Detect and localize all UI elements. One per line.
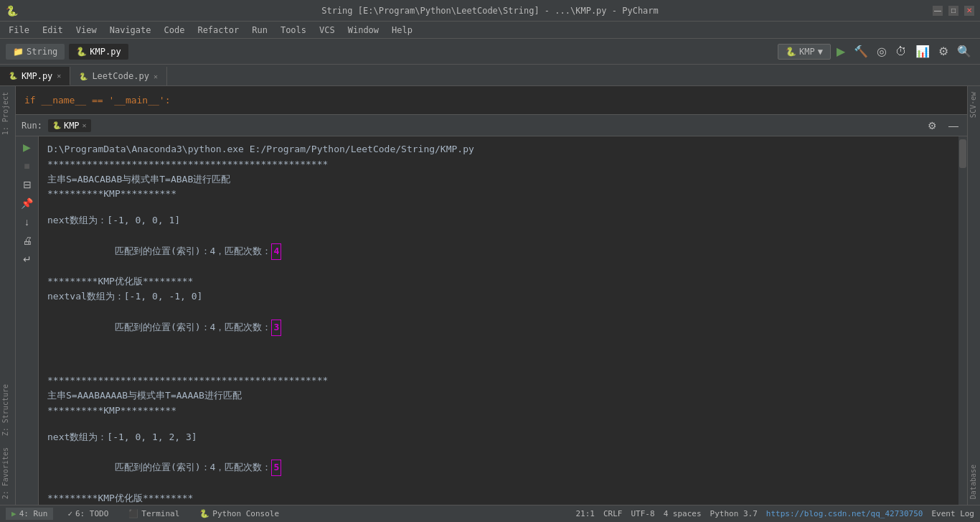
python-console-tab[interactable]: 🐍 Python Console [194, 508, 285, 520]
coverage-button[interactable]: ◎ [874, 43, 890, 60]
line-separator: CRLF [603, 509, 623, 518]
menu-file[interactable]: File [3, 24, 35, 37]
output-case1-kmpopt: *********KMP优化版********* [47, 274, 950, 289]
run-status-icon: ▶ [11, 509, 17, 518]
scview-panel[interactable]: SCV·ew [968, 86, 980, 123]
menu-vcs[interactable]: VCS [314, 24, 341, 37]
structure-panel-tab[interactable]: Z: Structure [0, 378, 15, 442]
run-config-icon: 🐍 [786, 47, 796, 57]
menu-code[interactable]: Code [159, 24, 191, 37]
left-vertical-tabs: 1: Project Z: Structure 2: Favorites [0, 86, 16, 505]
menu-view[interactable]: View [70, 24, 103, 37]
terminal-status-tab[interactable]: ⬛ Terminal [123, 508, 185, 520]
csdn-link[interactable]: https://blog.csdn.net/qq_42730750 [766, 509, 923, 518]
output-case1-sep: **********KMP********** [47, 187, 950, 202]
menu-help[interactable]: Help [386, 24, 418, 37]
soft-wrap-button[interactable]: ↵ [19, 251, 35, 267]
output-blank1 [47, 202, 950, 213]
project-tab[interactable]: 📁 String [6, 44, 65, 60]
maximize-button[interactable]: □ [948, 6, 958, 16]
python-console-label: Python Console [212, 509, 279, 518]
run-tab-active[interactable]: 🐍 KMP ✕ [48, 119, 91, 132]
tab-kmp-close[interactable]: ✕ [57, 72, 61, 80]
menu-tools[interactable]: Tools [275, 24, 312, 37]
run-status-label: 4: Run [19, 509, 48, 518]
output-area[interactable]: D:\ProgramData\Anaconda3\python.exe E:/P… [39, 136, 958, 505]
close-button[interactable]: ✕ [964, 6, 974, 16]
title-bar-left: 🐍 [6, 5, 18, 17]
output-path-line: D:\ProgramData\Anaconda3\python.exe E:/P… [47, 142, 950, 157]
output-case1-nextval: nextval数组为：[-1, 0, -1, 0] [47, 289, 950, 304]
run-status-tab[interactable]: ▶ 4: Run [6, 508, 53, 520]
restore-layout-button[interactable]: ⊟ [19, 177, 35, 192]
output-case1-match2: 匹配到的位置(索引)：4，匹配次数：3 [47, 304, 950, 350]
menu-window[interactable]: Window [342, 24, 385, 37]
output-case2-sep: **********KMP********** [47, 404, 950, 419]
content-area: if __name__ == '__main__': Run: 🐍 KMP ✕ … [16, 86, 967, 505]
run-close-button[interactable]: — [946, 118, 961, 133]
window-title: String [E:\Program\Python\LeetCode\Strin… [321, 6, 659, 16]
run-settings-button[interactable]: ⚙ [925, 118, 940, 133]
menu-run[interactable]: Run [246, 24, 273, 37]
settings-button[interactable]: ⚙ [936, 43, 951, 60]
file-tab[interactable]: 🐍 KMP.py [69, 44, 128, 60]
menu-navigate[interactable]: Navigate [104, 24, 157, 37]
output-case2-title: 主串S=AAABAAAAB与模式串T=AAAAB进行匹配 [47, 388, 950, 404]
file-tab-label: KMP.py [90, 47, 121, 57]
scrollbar-thumb[interactable] [959, 139, 966, 168]
output-case2-next: next数组为：[-1, 0, 1, 2, 3] [47, 430, 950, 445]
run-button[interactable]: ▶ [834, 43, 848, 60]
cursor-position: 21:1 [576, 509, 595, 518]
status-bar-right: 21:1 CRLF UTF-8 4 spaces Python 3.7 http… [576, 509, 975, 518]
app-icon: 🐍 [6, 5, 18, 17]
encoding: UTF-8 [631, 509, 655, 518]
scroll-to-end-button[interactable]: ↓ [19, 214, 35, 230]
run-tab-icon: 🐍 [52, 121, 61, 129]
run-label-text: Run: [22, 121, 42, 131]
database-panel[interactable]: Database [968, 459, 980, 505]
tab-leetcode-icon: 🐍 [79, 73, 88, 80]
python-version: Python 3.7 [710, 509, 758, 518]
tab-leetcode-label: LeetCode.py [92, 71, 149, 81]
build-button[interactable]: 🔨 [851, 43, 871, 60]
minimize-button[interactable]: — [933, 6, 943, 16]
todo-label: 6: TODO [75, 509, 108, 518]
search-button[interactable]: 🔍 [954, 43, 974, 60]
output-blank4 [47, 419, 950, 430]
output-case1-match1-val: 4 [271, 243, 281, 260]
scrollbar[interactable] [958, 136, 967, 505]
tab-leetcode-close[interactable]: ✕ [154, 73, 158, 80]
run-label: Run: [22, 121, 42, 131]
output-case2-match1-val: 5 [271, 460, 281, 476]
favorites-panel-tab[interactable]: 2: Favorites [0, 442, 15, 505]
terminal-icon: ⬛ [128, 509, 138, 518]
editor-tabs: 🐍 KMP.py ✕ 🐍 LeetCode.py ✕ [0, 65, 980, 86]
indent: 4 spaces [664, 509, 702, 518]
file-icon: 🐍 [76, 47, 87, 57]
run-panel: Run: 🐍 KMP ✕ ⚙ — ▶ ■ ⊟ 📌 ↓ [16, 115, 967, 505]
code-preview-area: if __name__ == '__main__': [16, 86, 967, 115]
event-log[interactable]: Event Log [931, 509, 974, 518]
run-config-dropdown[interactable]: 🐍 KMP ▼ [778, 44, 831, 60]
stop-button[interactable]: ■ [19, 158, 35, 174]
project-panel-tab[interactable]: 1: Project [0, 86, 15, 141]
pin-tab-button[interactable]: 📌 [19, 195, 35, 211]
rerun-button[interactable]: ▶ [19, 139, 35, 155]
print-button[interactable]: 🖨 [19, 233, 35, 248]
menu-refactor[interactable]: Refactor [192, 24, 245, 37]
menu-edit[interactable]: Edit [37, 24, 69, 37]
window-controls: — □ ✕ [933, 6, 974, 16]
coverage2-button[interactable]: 📊 [913, 43, 933, 60]
output-case1-next: next数组为：[-1, 0, 0, 1] [47, 213, 950, 228]
project-icon: 📁 [13, 47, 24, 57]
run-tab-label: KMP [64, 121, 80, 131]
toolbar-right: 🐍 KMP ▼ ▶ 🔨 ◎ ⏱ 📊 ⚙ 🔍 [778, 43, 974, 60]
tab-leetcode[interactable]: 🐍 LeetCode.py ✕ [70, 67, 167, 85]
profile-button[interactable]: ⏱ [892, 44, 910, 60]
main-layout: 1: Project Z: Structure 2: Favorites if … [0, 86, 980, 505]
output-separator1: ****************************************… [47, 157, 950, 172]
code-preview-line: if __name__ == '__main__': [24, 95, 171, 106]
tab-kmp[interactable]: 🐍 KMP.py ✕ [0, 67, 70, 85]
todo-status-tab[interactable]: ✓ 6: TODO [62, 508, 114, 520]
run-tab-close[interactable]: ✕ [83, 121, 87, 129]
